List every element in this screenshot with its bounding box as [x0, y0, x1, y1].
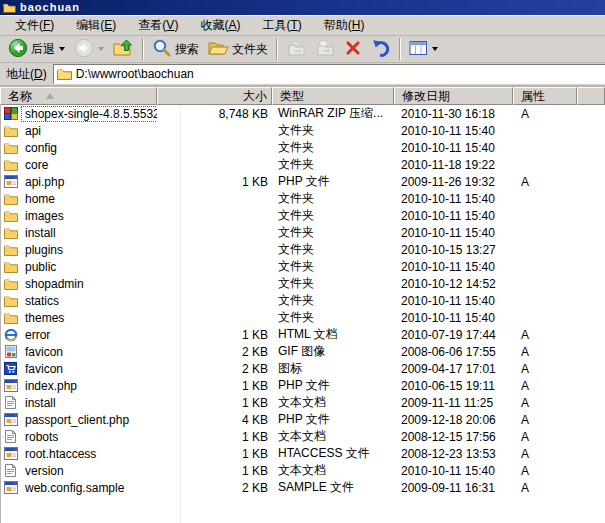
file-size: 1 KB: [157, 379, 272, 393]
search-button[interactable]: 搜索: [148, 37, 203, 61]
file-row[interactable]: web.config.sample 2 KB SAMPLE 文件 2009-09…: [0, 479, 605, 496]
address-input[interactable]: D:\wwwroot\baochuan: [53, 64, 605, 84]
file-row[interactable]: index.php 1 KB PHP 文件 2010-06-15 19:11 A: [0, 377, 605, 394]
toolbar-separator: [142, 38, 144, 60]
column-header-size[interactable]: 大小: [157, 87, 272, 105]
file-type: 文件夹: [272, 224, 394, 241]
window-title: baochuan: [20, 1, 80, 14]
file-name: favicon: [21, 344, 67, 360]
file-size: 1 KB: [157, 447, 272, 461]
menu-item-favorites[interactable]: 收藏(A): [189, 15, 251, 37]
column-header-date[interactable]: 修改日期: [394, 87, 513, 105]
file-type: GIF 图像: [272, 343, 394, 360]
file-date: 2010-10-11 15:40: [394, 260, 513, 274]
file-row[interactable]: error 1 KB HTML 文档 2010-07-19 17:44 A: [0, 326, 605, 343]
file-row[interactable]: install 1 KB 文本文档 2009-11-11 11:25 A: [0, 394, 605, 411]
address-path: D:\wwwroot\baochuan: [76, 67, 194, 81]
title-bar: baochuan: [0, 0, 605, 15]
menu-item-tools[interactable]: 工具(T): [251, 15, 312, 37]
file-type: PHP 文件: [272, 173, 394, 190]
column-header-name[interactable]: 名称: [0, 87, 157, 105]
menu-item-file[interactable]: 文件(F): [4, 15, 65, 37]
menu-item-edit[interactable]: 编辑(E): [65, 15, 127, 37]
file-attr: A: [513, 362, 577, 376]
folder-icon: [3, 294, 18, 308]
search-icon: [152, 38, 172, 61]
file-type: 文件夹: [272, 292, 394, 309]
search-label: 搜索: [175, 41, 199, 58]
file-attr: A: [513, 175, 577, 189]
folder-icon: [3, 243, 18, 257]
file-name: index.php: [21, 378, 81, 394]
column-header-type[interactable]: 类型: [272, 87, 394, 105]
menu-bar: 文件(F)编辑(E)查看(V)收藏(A)工具(T)帮助(H): [0, 15, 605, 36]
file-type: 文件夹: [272, 309, 394, 326]
folders-button[interactable]: 文件夹: [204, 37, 272, 61]
chevron-down-icon: [59, 47, 65, 51]
delete-icon: [344, 39, 362, 60]
menu-item-help[interactable]: 帮助(H): [313, 15, 376, 37]
file-row[interactable]: shopex-single-4.8.5.55324 8,748 KB WinRA…: [0, 105, 605, 122]
file-row[interactable]: version 1 KB 文本文档 2010-10-11 15:40 A: [0, 462, 605, 479]
file-row[interactable]: home 文件夹 2010-10-11 15:40: [0, 190, 605, 207]
toolbar-separator: [276, 38, 278, 60]
file-size: 1 KB: [157, 175, 272, 189]
file-name: favicon: [21, 361, 67, 377]
file-row[interactable]: core 文件夹 2010-11-18 19:22: [0, 156, 605, 173]
file-name: shopex-single-4.8.5.55324: [21, 106, 157, 122]
file-size: 2 KB: [157, 481, 272, 495]
file-name: error: [21, 327, 54, 343]
file-attr: A: [513, 107, 577, 121]
file-date: 2008-12-15 17:56: [394, 430, 513, 444]
views-button[interactable]: [405, 37, 442, 61]
file-date: 2010-10-12 14:52: [394, 277, 513, 291]
up-folder-button[interactable]: [109, 37, 138, 61]
file-attr: A: [513, 413, 577, 427]
file-row[interactable]: api.php 1 KB PHP 文件 2009-11-26 19:32 A: [0, 173, 605, 190]
file-row[interactable]: statics 文件夹 2010-10-11 15:40: [0, 292, 605, 309]
column-label: 类型: [280, 88, 304, 105]
column-label: 修改日期: [402, 88, 450, 105]
file-row[interactable]: images 文件夹 2010-10-11 15:40: [0, 207, 605, 224]
column-label: 大小: [243, 88, 267, 105]
back-button[interactable]: 后退: [4, 37, 69, 61]
file-date: 2010-10-11 15:40: [394, 124, 513, 138]
file-type: HTACCESS 文件: [272, 445, 394, 462]
file-date: 2010-06-15 19:11: [394, 379, 513, 393]
file-type: 文本文档: [272, 428, 394, 445]
file-date: 2010-10-15 13:27: [394, 243, 513, 257]
file-name: api.php: [21, 174, 68, 190]
file-size: 1 KB: [157, 328, 272, 342]
file-attr: A: [513, 379, 577, 393]
file-row[interactable]: shopadmin 文件夹 2010-10-12 14:52: [0, 275, 605, 292]
file-row[interactable]: public 文件夹 2010-10-11 15:40: [0, 258, 605, 275]
php-file-icon: [3, 481, 18, 495]
file-name: core: [21, 157, 52, 173]
file-date: 2010-10-11 15:40: [394, 141, 513, 155]
folder-icon: [3, 192, 18, 206]
column-header-attr[interactable]: 属性: [513, 87, 577, 105]
folder-icon: [3, 277, 18, 291]
undo-button[interactable]: [367, 37, 395, 61]
file-date: 2009-09-11 16:31: [394, 481, 513, 495]
file-row[interactable]: api 文件夹 2010-10-11 15:40: [0, 122, 605, 139]
file-row[interactable]: config 文件夹 2010-10-11 15:40: [0, 139, 605, 156]
file-row[interactable]: favicon 2 KB GIF 图像 2008-06-06 17:55 A: [0, 343, 605, 360]
toolbar: 后退: [0, 36, 605, 63]
file-row[interactable]: themes 文件夹 2010-10-11 15:40: [0, 309, 605, 326]
file-row[interactable]: favicon 2 KB 图标 2009-04-17 17:01 A: [0, 360, 605, 377]
file-row[interactable]: install 文件夹 2010-10-11 15:40: [0, 224, 605, 241]
file-type: 文本文档: [272, 394, 394, 411]
file-row[interactable]: robots 1 KB 文本文档 2008-12-15 17:56 A: [0, 428, 605, 445]
file-date: 2010-10-11 15:40: [394, 226, 513, 240]
file-type: PHP 文件: [272, 411, 394, 428]
folder-icon: [3, 124, 18, 138]
file-row[interactable]: root.htaccess 1 KB HTACCESS 文件 2008-12-2…: [0, 445, 605, 462]
menu-item-view[interactable]: 查看(V): [127, 15, 189, 37]
file-row[interactable]: passport_client.php 4 KB PHP 文件 2009-12-…: [0, 411, 605, 428]
file-date: 2010-11-30 16:18: [394, 107, 513, 121]
file-attr: A: [513, 464, 577, 478]
chevron-down-icon: [432, 47, 438, 51]
file-row[interactable]: plugins 文件夹 2010-10-15 13:27: [0, 241, 605, 258]
delete-button[interactable]: [340, 37, 366, 61]
